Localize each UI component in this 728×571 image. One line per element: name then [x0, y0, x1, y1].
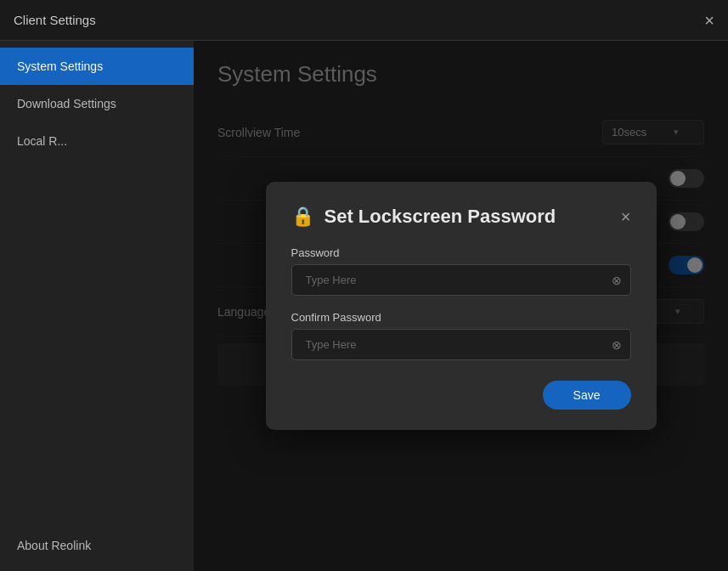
save-button[interactable]: Save [543, 381, 631, 410]
sidebar-item-system-settings[interactable]: System Settings [0, 48, 194, 85]
confirm-password-input[interactable] [301, 330, 612, 359]
confirm-password-label: Confirm Password [291, 311, 631, 324]
confirm-input-wrapper: ⊗ [291, 329, 631, 360]
confirm-password-form-group: Confirm Password ⊗ [291, 311, 631, 360]
main-layout: System Settings Download Settings Local … [0, 41, 728, 571]
password-input-wrapper: ⊗ [291, 264, 631, 296]
sidebar-about[interactable]: About Reolink [0, 527, 194, 564]
password-label: Password [291, 246, 631, 259]
lockscreen-password-modal: 🔒 Set Lockscreen Password × Password ⊗ C… [266, 182, 657, 430]
content-area: System Settings Scrollview Time 10secs ▾ [194, 41, 728, 571]
modal-footer: Save [291, 381, 631, 410]
window-title: Client Settings [14, 13, 96, 27]
password-clear-icon[interactable]: ⊗ [612, 274, 622, 287]
window-close-button[interactable]: × [704, 12, 714, 29]
sidebar-nav: System Settings Download Settings Local … [0, 48, 194, 527]
confirm-clear-icon[interactable]: ⊗ [612, 338, 622, 352]
title-bar: Client Settings × [0, 0, 728, 41]
modal-title-group: 🔒 Set Lockscreen Password [291, 206, 556, 228]
modal-close-button[interactable]: × [621, 208, 631, 225]
password-input[interactable] [301, 265, 612, 295]
modal-overlay: 🔒 Set Lockscreen Password × Password ⊗ C… [194, 41, 728, 571]
lock-icon: 🔒 [291, 206, 314, 228]
modal-header: 🔒 Set Lockscreen Password × [291, 206, 631, 228]
sidebar-item-local-recordings[interactable]: Local R... [0, 122, 194, 160]
sidebar-item-download-settings[interactable]: Download Settings [0, 85, 194, 122]
password-form-group: Password ⊗ [291, 246, 631, 296]
sidebar: System Settings Download Settings Local … [0, 41, 194, 571]
modal-title: Set Lockscreen Password [324, 206, 556, 228]
